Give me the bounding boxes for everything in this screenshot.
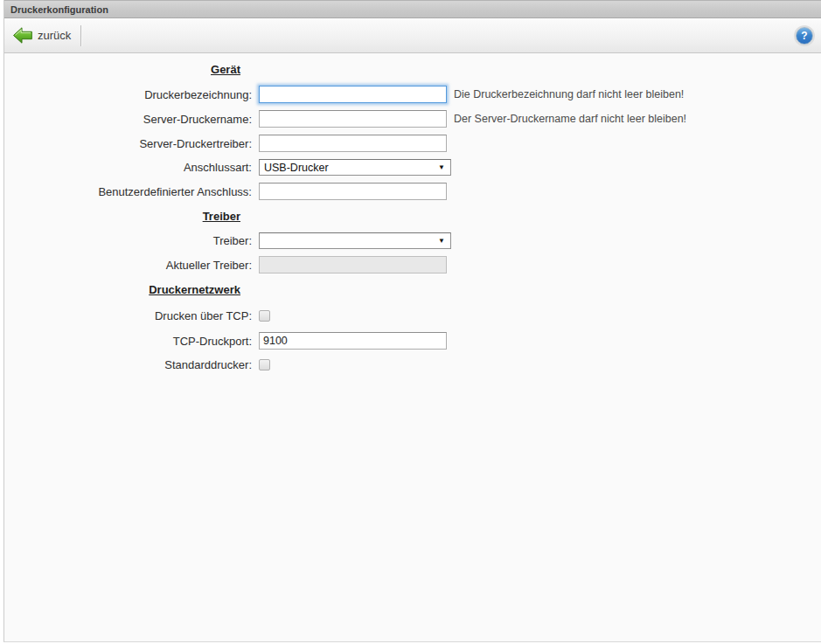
server-druckertreiber-input[interactable] xyxy=(259,135,447,152)
help-button[interactable]: ? xyxy=(796,27,813,45)
aktueller-treiber-input xyxy=(259,256,447,274)
section-heading-druckernetzwerk: Druckernetzwerk xyxy=(4,283,252,296)
treiber-select[interactable]: ▼ xyxy=(259,232,451,249)
window-titlebar: Druckerkonfiguration xyxy=(4,0,821,18)
section-druckernetzwerk: Druckernetzwerk xyxy=(4,283,821,296)
standarddrucker-label: Standarddrucker: xyxy=(4,358,252,371)
drucken-ueber-tcp-checkbox[interactable] xyxy=(259,310,270,322)
server-druckername-label: Server-Druckername: xyxy=(4,113,252,126)
section-heading-treiber: Treiber xyxy=(4,210,252,223)
druckerbezeichnung-error: Die Druckerbezeichnung darf nicht leer b… xyxy=(454,88,684,100)
section-geraet: Gerät xyxy=(4,63,821,76)
server-druckername-input[interactable] xyxy=(259,110,447,128)
toolbar-separator xyxy=(80,25,82,46)
form-row-standarddrucker: Standarddrucker: xyxy=(4,359,821,370)
form-row-tcp-druckport: TCP-Druckport: xyxy=(4,332,821,350)
tcp-druckport-label: TCP-Druckport: xyxy=(4,335,252,348)
benutzerdefinierter-anschluss-label: Benutzerdefinierter Anschluss: xyxy=(4,185,252,198)
section-heading-geraet: Gerät xyxy=(4,63,252,76)
standarddrucker-checkbox[interactable] xyxy=(259,359,270,370)
treiber-label: Treiber: xyxy=(4,234,252,247)
back-button[interactable]: zurück xyxy=(10,24,73,46)
anschlussart-select[interactable]: USB-Drucker ▼ xyxy=(259,159,451,176)
printer-config-form: Gerät Druckerbezeichnung: Die Druckerbez… xyxy=(4,63,821,370)
form-row-treiber: Treiber: ▼ xyxy=(4,232,821,249)
dropdown-arrow-icon: ▼ xyxy=(438,164,450,171)
section-treiber: Treiber xyxy=(4,210,821,223)
window-title: Druckerkonfiguration xyxy=(10,4,108,15)
form-row-druckerbezeichnung: Druckerbezeichnung: Die Druckerbezeichnu… xyxy=(4,86,821,103)
back-button-label: zurück xyxy=(38,29,71,42)
druckerbezeichnung-input[interactable] xyxy=(259,86,447,103)
benutzerdefinierter-anschluss-input[interactable] xyxy=(259,183,447,200)
question-mark-icon: ? xyxy=(801,30,807,42)
form-row-server-druckertreiber: Server-Druckertreiber: xyxy=(4,135,821,152)
form-row-benutzerdefinierter-anschluss: Benutzerdefinierter Anschluss: xyxy=(4,183,821,200)
form-row-server-druckername: Server-Druckername: Der Server-Druckerna… xyxy=(4,110,821,128)
druckerkonfiguration-window: Druckerkonfiguration zurück ? xyxy=(3,0,821,642)
server-druckertreiber-label: Server-Druckertreiber: xyxy=(4,137,252,150)
dropdown-arrow-icon: ▼ xyxy=(438,238,450,245)
back-arrow-icon xyxy=(12,26,33,45)
toolbar: zurück ? xyxy=(4,18,821,53)
form-row-anschlussart: Anschlussart: USB-Drucker ▼ xyxy=(4,159,821,176)
form-row-aktueller-treiber: Aktueller Treiber: xyxy=(4,256,821,274)
anschlussart-selected-value: USB-Drucker xyxy=(260,162,438,174)
form-row-drucken-ueber-tcp: Drucken über TCP: xyxy=(4,310,821,322)
drucken-ueber-tcp-label: Drucken über TCP: xyxy=(4,309,252,322)
druckerbezeichnung-label: Druckerbezeichnung: xyxy=(4,88,252,101)
anschlussart-label: Anschlussart: xyxy=(4,161,252,174)
aktueller-treiber-label: Aktueller Treiber: xyxy=(4,259,252,272)
tcp-druckport-input[interactable] xyxy=(259,332,447,350)
server-druckername-error: Der Server-Druckername darf nicht leer b… xyxy=(454,113,686,125)
